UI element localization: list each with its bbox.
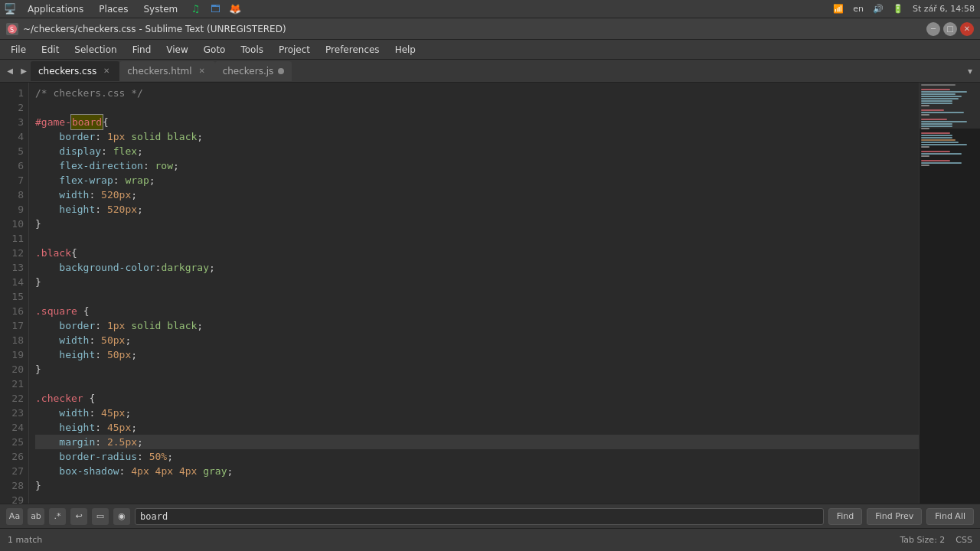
code-editor[interactable]: /* checkers.css */ #game-board{ border: … (29, 83, 919, 504)
code-line-16: .square { (35, 304, 919, 318)
window-title: ~/checkers/checkers.css - Sublime Text (… (23, 24, 286, 34)
code-line-14: } (35, 275, 919, 289)
menu-find[interactable]: Find (126, 43, 158, 57)
system-bar: 🖥️ Applications Places System ♫ 🗔 🦊 📶 en… (0, 0, 980, 18)
tab-scroll-left[interactable]: ◀ (3, 64, 17, 79)
maximize-button[interactable]: □ (943, 22, 957, 36)
language-indicator: en (851, 4, 866, 14)
minimap[interactable] (919, 83, 980, 504)
find-highlight[interactable]: ◉ (113, 508, 130, 525)
datetime-display: St zář 6, 14:58 (910, 4, 977, 14)
tab-checkers-css[interactable]: checkers.css ✕ (31, 61, 119, 81)
find-in-selection[interactable]: ▭ (92, 508, 109, 525)
find-input[interactable] (135, 508, 824, 525)
code-line-2 (35, 100, 919, 115)
tab-close-css[interactable]: ✕ (101, 66, 112, 77)
find-prev-button[interactable]: Find Prev (867, 508, 922, 525)
code-line-7: flex-wrap: wrap; (35, 173, 919, 187)
system-menu[interactable]: System (139, 4, 182, 15)
line-numbers: 12345 678910 1112131415 1617181920 21222… (0, 83, 29, 504)
code-line-17: border: 1px solid black; (35, 318, 919, 333)
menu-selection[interactable]: Selection (68, 43, 122, 57)
find-regex[interactable]: .* (49, 508, 66, 525)
firefox-icon[interactable]: 🦊 (228, 2, 242, 16)
svg-text:S: S (10, 27, 14, 34)
code-line-18: width: 50px; (35, 333, 919, 347)
title-bar-left: S ~/checkers/checkers.css - Sublime Text… (6, 23, 286, 35)
code-line-1: /* checkers.css */ (35, 86, 919, 100)
tab-overflow-menu[interactable]: ▾ (963, 64, 977, 79)
system-bar-left: 🖥️ Applications Places System ♫ 🗔 🦊 (3, 2, 242, 16)
menu-tools[interactable]: Tools (234, 43, 270, 57)
tab-close-html[interactable]: ✕ (197, 66, 207, 77)
find-wrap[interactable]: ↩ (70, 508, 87, 525)
syntax-display[interactable]: CSS (956, 535, 972, 545)
browser-icon-1[interactable]: 🗔 (208, 2, 222, 16)
code-line-27: box-shadow: 4px 4px 4px gray; (35, 464, 919, 478)
title-bar-controls[interactable]: ─ □ ✕ (926, 22, 974, 36)
tab-size-display[interactable]: Tab Size: 2 (900, 535, 945, 545)
menu-project[interactable]: Project (273, 43, 316, 57)
volume-icon: 🔊 (871, 4, 886, 14)
system-bar-right: 📶 en 🔊 🔋 St zář 6, 14:58 (831, 4, 977, 14)
code-line-6: flex-direction: row; (35, 158, 919, 173)
code-line-11 (35, 231, 919, 246)
tab-checkers-html[interactable]: checkers.html ✕ (119, 61, 214, 81)
code-line-20: } (35, 362, 919, 377)
code-line-21 (35, 377, 919, 391)
code-line-26: border-radius: 50%; (35, 449, 919, 464)
find-bar: Aa ab .* ↩ ▭ ◉ Find Find Prev Find All (0, 504, 980, 528)
menu-edit[interactable]: Edit (35, 43, 65, 57)
menu-goto[interactable]: Goto (198, 43, 232, 57)
close-button[interactable]: ✕ (960, 22, 974, 36)
find-case-sensitive[interactable]: Aa (6, 508, 23, 525)
code-line-13: background-color:darkgray; (35, 260, 919, 275)
find-word[interactable]: ab (28, 508, 44, 525)
code-line-22: .checker { (35, 391, 919, 406)
network-strength: 📶 (831, 4, 846, 14)
code-line-15 (35, 289, 919, 304)
tab-modified-indicator (278, 68, 284, 74)
code-line-3: #game-board{ (35, 115, 919, 129)
applications-menu[interactable]: Applications (23, 4, 88, 15)
code-line-29 (35, 493, 919, 504)
find-button[interactable]: Find (828, 508, 863, 525)
code-line-23: width: 45px; (35, 406, 919, 420)
minimize-button[interactable]: ─ (926, 22, 940, 36)
tab-scroll-right[interactable]: ▶ (17, 64, 31, 79)
code-line-12: .black{ (35, 246, 919, 260)
code-line-8: width: 520px; (35, 187, 919, 202)
spotify-icon[interactable]: ♫ (188, 2, 202, 16)
tab-bar: ◀ ▶ checkers.css ✕ checkers.html ✕ check… (0, 60, 980, 83)
status-bar: 1 match Tab Size: 2 CSS (0, 528, 980, 551)
menu-preferences[interactable]: Preferences (319, 43, 386, 57)
tab-checkers-js[interactable]: checkers.js (215, 61, 292, 81)
match-count: 1 match (8, 535, 42, 545)
code-line-19: height: 50px; (35, 347, 919, 362)
menu-bar: File Edit Selection Find View Goto Tools… (0, 40, 980, 60)
code-line-28: } (35, 478, 919, 493)
code-line-25: margin: 2.5px; (35, 435, 919, 449)
title-bar: S ~/checkers/checkers.css - Sublime Text… (0, 18, 980, 40)
code-line-24: height: 45px; (35, 420, 919, 435)
system-icon: 🖥️ (3, 2, 17, 16)
tab-label-js: checkers.js (223, 66, 274, 77)
menu-file[interactable]: File (5, 43, 32, 57)
app-icon: S (6, 23, 18, 35)
find-all-button[interactable]: Find All (926, 508, 974, 525)
status-bar-left: 1 match (8, 535, 42, 545)
tab-label-css: checkers.css (38, 66, 96, 77)
status-bar-right: Tab Size: 2 CSS (900, 535, 972, 545)
battery-icon: 🔋 (890, 4, 906, 14)
menu-help[interactable]: Help (389, 43, 422, 57)
menu-view[interactable]: View (160, 43, 194, 57)
code-line-9: height: 520px; (35, 202, 919, 217)
code-line-5: display: flex; (35, 144, 919, 158)
tab-label-html: checkers.html (127, 66, 191, 77)
editor-area: 12345 678910 1112131415 1617181920 21222… (0, 83, 980, 504)
places-menu[interactable]: Places (94, 4, 132, 15)
code-line-10: } (35, 217, 919, 231)
code-line-4: border: 1px solid black; (35, 129, 919, 144)
